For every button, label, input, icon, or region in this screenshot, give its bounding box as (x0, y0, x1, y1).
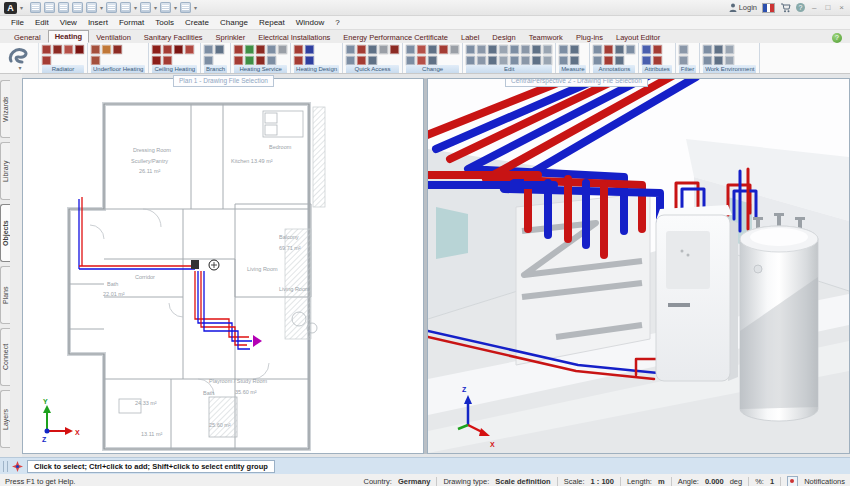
menu-window[interactable]: Window (291, 18, 329, 27)
floor-plan-canvas[interactable]: Dressing Room Scullery/Pantry 26.11 m² B… (23, 79, 423, 453)
angle-unit[interactable]: deg (730, 477, 743, 486)
command-prompt[interactable]: Click to select; Ctrl+click to add; Shif… (27, 460, 275, 473)
sync-icon[interactable] (140, 2, 151, 13)
viewport-title-plan1[interactable]: Plan 1 - Drawing File Selection (173, 75, 274, 87)
command-bar-grip[interactable] (3, 461, 8, 472)
pipe-tool-button[interactable]: ▾ (2, 43, 39, 73)
viewport-floor-plan[interactable]: Plan 1 - Drawing File Selection (22, 78, 424, 454)
menu-tools[interactable]: Tools (150, 18, 179, 27)
ribbon-icon[interactable] (417, 45, 426, 54)
ribbon-icon[interactable] (626, 45, 635, 54)
ribbon-icon[interactable] (642, 45, 651, 54)
plot-icon[interactable] (72, 2, 83, 13)
redo-icon[interactable] (120, 2, 131, 13)
ribbon-icon[interactable] (245, 56, 254, 65)
viewport-title-central-perspective[interactable]: CentralPerspective 2 - Drawing File Sele… (505, 78, 648, 87)
ribbon-icon[interactable] (714, 45, 723, 54)
ribbon-icon[interactable] (256, 56, 265, 65)
ribbon-icon[interactable] (532, 45, 541, 54)
ribbon-icon[interactable] (488, 56, 497, 65)
ribbon-icon[interactable] (75, 45, 84, 54)
ribbon-icon[interactable] (543, 56, 552, 65)
ribbon-icon[interactable] (91, 56, 100, 65)
ribbon-icon[interactable] (406, 56, 415, 65)
percent-value[interactable]: 1 (770, 477, 774, 486)
open-icon[interactable] (30, 2, 41, 13)
ribbon-tab-sanitary-facilities[interactable]: Sanitary Facilities (138, 32, 209, 43)
login-button[interactable]: Login (729, 3, 757, 12)
ribbon-icon[interactable] (466, 45, 475, 54)
country-value[interactable]: Germany (398, 477, 431, 486)
menu-repeat[interactable]: Repeat (254, 18, 290, 27)
ribbon-icon[interactable] (439, 45, 448, 54)
ribbon-icon[interactable] (406, 45, 415, 54)
ribbon-icon[interactable] (174, 45, 183, 54)
tools-caret-icon[interactable]: ▾ (194, 4, 197, 11)
ribbon-tab-label[interactable]: Label (455, 32, 485, 43)
ribbon-icon[interactable] (543, 45, 552, 54)
app-menu-caret-icon[interactable]: ▾ (20, 4, 23, 11)
ribbon-icon[interactable] (379, 45, 388, 54)
ribbon-icon[interactable] (570, 45, 579, 54)
ribbon-icon[interactable] (615, 45, 624, 54)
ribbon-icon[interactable] (267, 56, 276, 65)
ribbon-icon[interactable] (53, 45, 62, 54)
sidebar-tab-plans[interactable]: Plans (0, 266, 10, 324)
ribbon-icon[interactable] (604, 45, 613, 54)
sidebar-tab-library[interactable]: Library (0, 142, 10, 200)
ribbon-icon[interactable] (113, 45, 122, 54)
compass-icon[interactable] (12, 461, 23, 472)
ribbon-icon[interactable] (488, 45, 497, 54)
ribbon-icon[interactable] (428, 45, 437, 54)
ribbon-icon[interactable] (725, 56, 734, 65)
ribbon-tab-electrical-installations[interactable]: Electrical Installations (252, 32, 336, 43)
ribbon-icon[interactable] (417, 56, 426, 65)
angle-value[interactable]: 0.000 (705, 477, 724, 486)
ribbon-icon[interactable] (679, 56, 688, 65)
ribbon-icon[interactable] (559, 56, 568, 65)
undo-caret-icon[interactable]: ▾ (100, 4, 103, 11)
ribbon-icon[interactable] (368, 45, 377, 54)
ribbon-icon[interactable] (42, 45, 51, 54)
ribbon-icon[interactable] (510, 56, 519, 65)
ribbon-icon[interactable] (42, 56, 51, 65)
ribbon-tab-heating[interactable]: Heating (48, 30, 90, 43)
ribbon-icon[interactable] (477, 45, 486, 54)
menu-file[interactable]: File (6, 18, 29, 27)
ribbon-icon[interactable] (532, 56, 541, 65)
ribbon-icon[interactable] (703, 45, 712, 54)
ribbon-icon[interactable] (593, 45, 602, 54)
sidebar-tab-objects[interactable]: Objects (0, 204, 10, 262)
notifications-icon[interactable] (787, 476, 798, 486)
ribbon-icon[interactable] (64, 45, 73, 54)
ribbon-icon[interactable] (521, 45, 530, 54)
ribbon-icon[interactable] (593, 56, 602, 65)
ribbon-icon[interactable] (346, 45, 355, 54)
ribbon-icon[interactable] (204, 56, 213, 65)
ribbon-icon[interactable] (615, 56, 624, 65)
ribbon-icon[interactable] (703, 56, 712, 65)
maximize-button[interactable]: □ (823, 3, 832, 12)
ribbon-tab-layout-editor[interactable]: Layout Editor (610, 32, 666, 43)
ribbon-icon[interactable] (215, 45, 224, 54)
ribbon-icon[interactable] (466, 56, 475, 65)
undo-icon[interactable] (106, 2, 117, 13)
ribbon-icon[interactable] (163, 56, 172, 65)
ribbon-icon[interactable] (679, 45, 688, 54)
tools-icon[interactable] (180, 2, 191, 13)
snapshot-icon[interactable] (160, 2, 171, 13)
menu-edit[interactable]: Edit (30, 18, 54, 27)
ribbon-icon[interactable] (305, 45, 314, 54)
ribbon-tab-teamwork[interactable]: Teamwork (523, 32, 569, 43)
ribbon-icon[interactable] (267, 45, 276, 54)
sidebar-tab-wizards[interactable]: Wizards (0, 80, 10, 138)
ribbon-icon[interactable] (521, 56, 530, 65)
snapshot-caret-icon[interactable]: ▾ (174, 4, 177, 11)
viewport-3d-perspective[interactable]: Z X CentralPerspective 2 - Drawing File … (427, 78, 850, 454)
cart-icon[interactable] (780, 3, 791, 13)
length-value[interactable]: m (658, 477, 665, 486)
ribbon-icon[interactable] (642, 56, 651, 65)
ribbon-icon[interactable] (604, 56, 613, 65)
close-button[interactable]: × (837, 3, 846, 12)
ribbon-icon[interactable] (357, 56, 366, 65)
